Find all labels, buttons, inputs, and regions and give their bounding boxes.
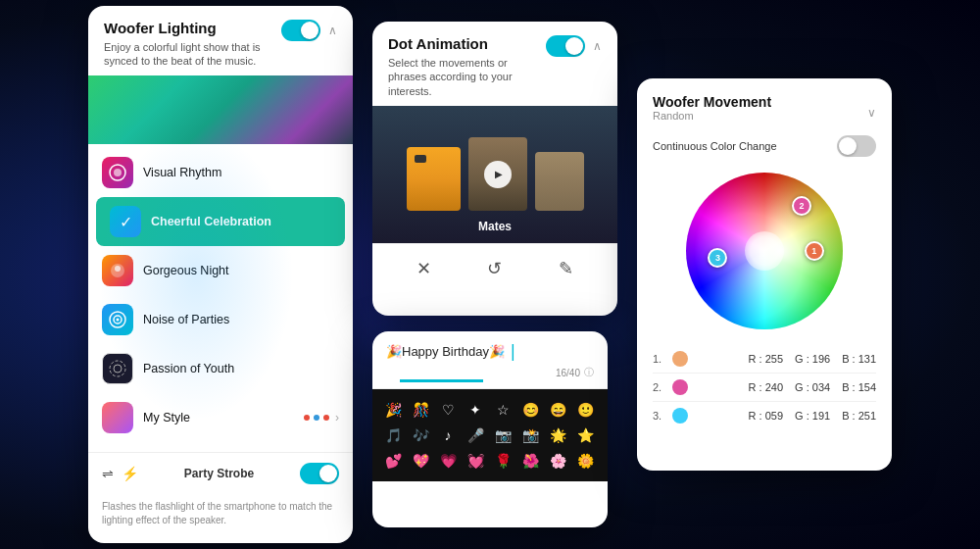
play-button[interactable] — [484, 161, 512, 188]
party-strobe-row: ⇌ ⚡ Party Strobe — [88, 452, 353, 494]
color-point-1[interactable]: 1 — [805, 241, 824, 261]
refresh-action-icon[interactable]: ↺ — [487, 258, 502, 279]
menu-item-noise[interactable]: Noise of Parties — [88, 295, 353, 344]
dot-subtitle: Select the movements or phrases accordin… — [388, 56, 546, 98]
svg-point-6 — [117, 319, 120, 322]
emoji-glowing-star[interactable]: 🌟 — [545, 423, 570, 448]
info-icon: ⓘ — [584, 366, 594, 379]
menu-item-cheerful[interactable]: ✓ Cheerful Celebration — [96, 197, 345, 246]
menu-item-visual-rhythm[interactable]: Visual Rhythm — [88, 148, 353, 197]
emoji-smile[interactable]: 😊 — [517, 397, 543, 423]
emoji-star5[interactable]: ☆ — [490, 397, 515, 423]
woofer-header-text: Woofer Lighting Enjoy a colorful light s… — [104, 20, 270, 69]
color-row-2: 2. R : 240 G : 034 B : 154 — [653, 374, 876, 402]
color-swatch-2 — [672, 379, 688, 395]
dot-actions: ✕ ↺ ✎ — [372, 243, 617, 293]
woofer-footer-text: Flashes the flashlight of the smartphone… — [88, 494, 353, 527]
dot-controls: ∧ — [546, 35, 602, 57]
emoji-cherry-blossom[interactable]: 🌸 — [545, 448, 570, 474]
close-action-icon[interactable]: ✕ — [416, 258, 431, 279]
g-val-3: 191 — [812, 410, 830, 422]
birthday-text-display[interactable]: 🎉Happy Birthday🎉 — [386, 344, 505, 359]
g-val-2: 034 — [812, 381, 830, 393]
emoji-beating-heart[interactable]: 💓 — [463, 448, 488, 474]
dot-chevron-icon[interactable]: ∧ — [593, 39, 602, 53]
dot-red2 — [323, 415, 329, 421]
dot-header-text: Dot Animation Select the movements or ph… — [388, 35, 546, 98]
emoji-music-note[interactable]: 🎵 — [380, 423, 406, 448]
emoji-party-popper[interactable]: 🎉 — [380, 397, 406, 423]
center-panels: Dot Animation Select the movements or ph… — [372, 22, 617, 527]
emoji-sparkling-heart[interactable]: 💖 — [408, 448, 433, 474]
dot-title: Dot Animation — [388, 35, 546, 53]
party-strobe-toggle[interactable] — [300, 463, 339, 484]
noise-label: Noise of Parties — [143, 313, 339, 326]
color-wheel-container: 1 2 3 — [653, 173, 876, 329]
emoji-heart[interactable]: ♡ — [435, 397, 461, 423]
visual-rhythm-label: Visual Rhythm — [143, 166, 339, 179]
party-icons: ⇌ ⚡ — [102, 466, 138, 481]
menu-item-gorgeous[interactable]: Gorgeous Night — [88, 246, 353, 295]
emoji-star4[interactable]: ✦ — [463, 397, 488, 423]
party-strobe-label: Party Strobe — [184, 467, 254, 480]
woofer-controls: ∧ — [281, 20, 337, 41]
noise-icon — [102, 304, 133, 335]
gorgeous-icon — [102, 255, 133, 286]
color-title: Woofer Movement — [653, 94, 771, 110]
dot-red — [304, 415, 310, 421]
g-label-1: G : 196 — [795, 353, 830, 365]
woofer-header: Woofer Lighting Enjoy a colorful light s… — [88, 6, 353, 76]
pixel-char-3 — [535, 152, 584, 211]
dot-toggle[interactable] — [546, 35, 585, 57]
color-num-1: 1. — [653, 353, 666, 365]
visual-rhythm-icon — [102, 157, 133, 188]
color-values-3: R : 059 G : 191 B : 251 — [694, 410, 876, 422]
color-num-3: 3. — [653, 410, 666, 422]
edit-action-icon[interactable]: ✎ — [559, 258, 573, 279]
pixel-characters — [407, 137, 584, 211]
b-label-3: B : 251 — [842, 410, 876, 422]
dot-blue — [314, 415, 319, 421]
emoji-confetti[interactable]: 🎊 — [408, 397, 433, 423]
menu-item-my-style[interactable]: My Style › — [88, 393, 353, 442]
emoji-camera[interactable]: 📷 — [490, 423, 515, 448]
emoji-star[interactable]: ⭐ — [572, 423, 598, 448]
emoji-heart-pink[interactable]: 💗 — [435, 448, 461, 474]
woofer-chevron-icon[interactable]: ∧ — [328, 24, 337, 37]
emoji-rose[interactable]: 🌹 — [490, 448, 515, 474]
emoji-sunflower[interactable]: 🌼 — [572, 448, 598, 474]
dot-animation-image: Mates — [372, 106, 617, 243]
continuous-toggle[interactable] — [837, 135, 876, 157]
shuffle-icon[interactable]: ⇌ — [102, 466, 114, 481]
color-chevron-icon[interactable]: ∨ — [867, 106, 876, 120]
emoji-musical-notes[interactable]: 🎶 — [408, 423, 433, 448]
color-wheel[interactable]: 1 2 3 — [686, 173, 843, 329]
woofer-movement-panel: Woofer Movement Random ∨ Continuous Colo… — [637, 78, 892, 471]
color-swatch-1 — [672, 351, 688, 367]
menu-item-passion[interactable]: Passion of Youth — [88, 344, 353, 393]
birthday-input-area: 🎉Happy Birthday🎉 | 16/40 ⓘ — [372, 331, 608, 389]
emoji-slightly-smile[interactable]: 🙂 — [572, 397, 598, 423]
emoji-grin[interactable]: 😄 — [545, 397, 570, 423]
pixel-eyes-1 — [415, 155, 426, 163]
cursor-indicator: | — [511, 341, 515, 362]
color-panel-titles: Woofer Movement Random — [653, 94, 771, 131]
pixel-char-center — [468, 137, 527, 211]
continuous-label: Continuous Color Change — [653, 140, 777, 152]
color-panel-header: Woofer Movement Random ∨ — [653, 94, 876, 131]
r-val-2: 240 — [765, 381, 783, 393]
color-point-2[interactable]: 2 — [792, 196, 811, 216]
emoji-two-hearts[interactable]: 💕 — [380, 448, 406, 474]
emoji-note[interactable]: ♪ — [435, 423, 461, 448]
emoji-mic[interactable]: 🎤 — [463, 423, 488, 448]
emoji-hibiscus[interactable]: 🌺 — [517, 448, 543, 474]
emoji-camera2[interactable]: 📸 — [517, 423, 543, 448]
b-val-1: 131 — [858, 353, 876, 365]
input-progress-bar — [400, 379, 483, 382]
mates-label: Mates — [478, 220, 512, 233]
char-counter: 16/40 — [556, 368, 580, 378]
lightning-icon[interactable]: ⚡ — [122, 466, 138, 481]
r-label-1: R : 255 — [749, 353, 783, 365]
g-label-2: G : 034 — [795, 381, 830, 393]
woofer-toggle[interactable] — [281, 20, 320, 41]
